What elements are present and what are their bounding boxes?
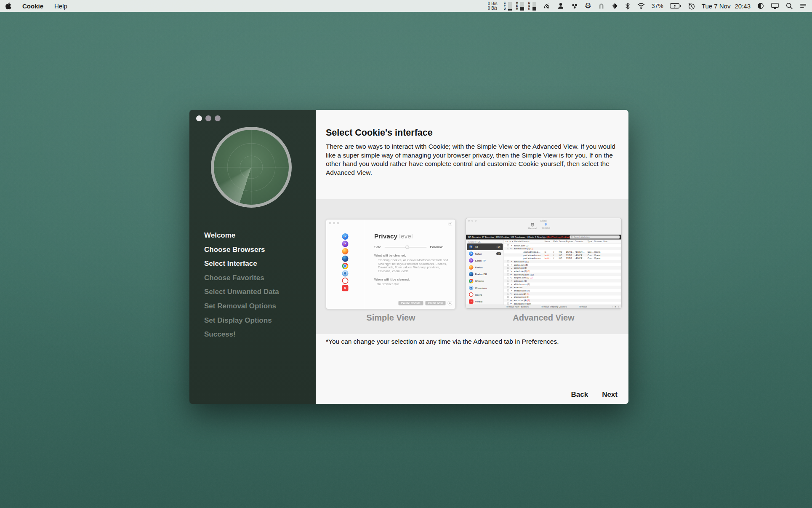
wizard-sidebar: Welcome Choose Browsers Select Interface… xyxy=(189,110,316,404)
simple-view-preview[interactable]: ? Privacy level Safe Paranoid xyxy=(326,219,456,309)
battery-percent: 37% xyxy=(652,3,663,9)
wizard-step: Select Unwanted Data xyxy=(204,285,279,299)
minimize-button[interactable] xyxy=(205,115,211,121)
wizard-nav: Back Next xyxy=(571,390,618,399)
signal-tilted-icon[interactable] xyxy=(543,2,551,10)
browser-icon xyxy=(469,258,474,263)
favorites-row: Safari TP xyxy=(467,257,503,264)
privacy-level-title: Privacy level xyxy=(374,233,455,240)
wizard-content: Select Cookie's interface There are two … xyxy=(316,110,628,404)
simple-view-caption: Simple View xyxy=(326,313,456,323)
browser-icon xyxy=(469,279,474,283)
slider-paranoid-label: Paranoid xyxy=(430,245,443,249)
cookie-row: • ▾ admedo.com (3)(2) xyxy=(504,247,621,250)
preferences-note: *You can change your selection at any ti… xyxy=(326,338,559,345)
when-cleaned-label: When will it be cleaned: xyxy=(374,278,455,281)
notification-list-icon[interactable] xyxy=(799,3,807,9)
time-machine-icon[interactable] xyxy=(687,2,695,10)
cookie-row: .pool.admedo.c… is / NO 16/4/1… <ENCR… C… xyxy=(504,250,621,254)
preview-band: ? Privacy level Safe Paranoid xyxy=(316,199,628,334)
domain-stats: 345 Domains, 17 Favorites | 1198 Cookies… xyxy=(468,236,570,238)
mini-search-icon xyxy=(571,236,573,238)
apple-menu-icon[interactable] xyxy=(5,2,11,10)
airplay-icon[interactable] xyxy=(771,3,779,10)
gear-icon[interactable]: ⚙ xyxy=(585,2,591,10)
wifi-icon[interactable] xyxy=(637,3,645,9)
cookie-row: ▸ amazon.com (7) xyxy=(504,289,621,292)
footer-action: Remove Non-Favorites xyxy=(506,305,529,308)
favorites-row: Chrome xyxy=(467,278,503,284)
browser-icon xyxy=(469,265,474,270)
when-cleaned-value: On Browser Quit xyxy=(377,282,455,286)
removal-tool: Removal xyxy=(528,222,537,230)
browser-icon xyxy=(342,241,348,247)
favorites-label: FAVORITES xyxy=(468,241,504,243)
network-speed[interactable]: 0 B/s 0 B/s xyxy=(488,1,498,11)
footer-action: Remove Tracking Cookies xyxy=(541,305,567,308)
next-button[interactable]: Next xyxy=(602,390,618,399)
arch-icon[interactable] xyxy=(598,2,605,10)
favorites-row: Safari 17 xyxy=(467,250,503,257)
cookie-setup-window: Welcome Choose Browsers Select Interface… xyxy=(189,110,628,404)
back-button[interactable]: Back xyxy=(571,390,588,399)
mini-search-field: Search Websites xyxy=(570,235,620,239)
cookie-row: ▸ adobe.com (5) xyxy=(504,263,621,267)
slider-safe-label: Safe xyxy=(374,245,381,249)
cookie-row: • ▸ amc.com (2)(1) xyxy=(504,292,621,296)
advanced-view-mini-window: Cookie Removal ❄ Websites xyxy=(466,218,622,309)
date: Tue 7 Nov xyxy=(702,3,731,10)
favorites-row: Firefox xyxy=(467,264,503,271)
footer-action: Remove xyxy=(579,305,587,308)
close-button[interactable] xyxy=(196,115,202,121)
browser-icon xyxy=(342,233,348,240)
battery-icon[interactable] xyxy=(670,3,681,9)
favorites-row: Vivaldi xyxy=(467,298,503,305)
trash-icon xyxy=(530,222,534,227)
system-meters[interactable]: CPU MEM DSK xyxy=(504,2,536,11)
browser-icon xyxy=(342,278,348,284)
pause-cookie-button: Pause Cookie xyxy=(399,301,423,305)
browser-icon xyxy=(469,245,474,249)
search-icon[interactable] xyxy=(785,2,793,10)
browser-icon xyxy=(342,256,348,262)
radar-sweep xyxy=(214,130,289,205)
cookie-row: ▸ adition.com (1) xyxy=(504,244,621,247)
meter: DSK xyxy=(528,2,536,11)
menubar-help[interactable]: Help xyxy=(54,3,67,10)
wizard-step: Welcome xyxy=(204,228,279,243)
footer-icons: + ✱ ▾ xyxy=(612,305,620,307)
simple-buttons: Pause Cookie Clean now ⚙ xyxy=(399,301,452,305)
table-header: ▾ • • • ✦ Website/Name ∧ Name Path Secur… xyxy=(504,240,621,244)
wizard-step: Choose Browsers xyxy=(204,243,279,257)
wizard-step: Set Removal Options xyxy=(204,299,279,313)
mini-favorites-panel: FAVORITES All 17 xyxy=(466,240,504,305)
menu-bar: Cookie Help 0 B/s 0 B/s CPU MEM xyxy=(0,0,812,12)
advanced-view-preview[interactable]: Cookie Removal ❄ Websites xyxy=(466,218,622,309)
what-cleaned-text: Tracking Cookies, All Cookies/Databases/… xyxy=(378,259,455,273)
mini-footer: Remove Non-FavoritesRemove Tracking Cook… xyxy=(466,305,621,308)
favorites-row: Opera xyxy=(467,291,503,298)
browser-icon xyxy=(469,299,474,304)
slider-track xyxy=(384,247,426,248)
row-checkbox xyxy=(507,283,509,285)
menubar-clock[interactable]: Tue 7 Nov 20:43 xyxy=(702,3,751,10)
bluetooth-icon[interactable] xyxy=(625,2,631,10)
menubar-app-name[interactable]: Cookie xyxy=(22,3,43,10)
pinwheel-icon[interactable] xyxy=(571,2,578,10)
cookie-row: • ▸ advertising.com (10) xyxy=(504,273,621,276)
cookie-row: ▸ adnxs.com (12) xyxy=(504,260,621,263)
wizard-step: Set Display Options xyxy=(204,313,279,328)
cookie-row: • ▸ amazon- xyxy=(504,286,621,289)
cookie-row: ▸ allbirds.co.nz (2) xyxy=(504,283,621,286)
contrast-icon[interactable] xyxy=(757,2,764,10)
user-icon[interactable] xyxy=(557,2,564,10)
favorites-row: All 17 xyxy=(467,243,503,250)
ribbon-diamond-icon[interactable] xyxy=(611,3,618,10)
snowflake-icon: ❄ xyxy=(544,222,548,227)
row-checkbox xyxy=(507,261,509,262)
browser-icon xyxy=(342,263,348,269)
count-badge: 17 xyxy=(496,246,501,249)
browser-icon xyxy=(469,292,474,297)
meter: MEM xyxy=(516,2,524,11)
zoom-button[interactable] xyxy=(215,115,221,121)
